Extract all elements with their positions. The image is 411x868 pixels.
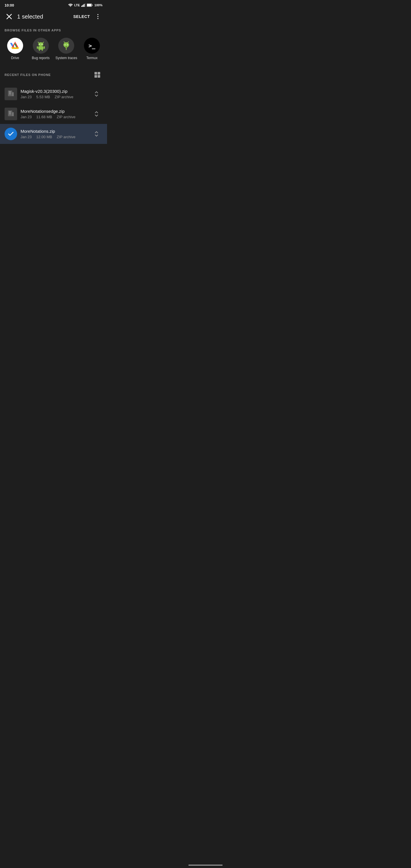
recent-files-header: RECENT FILES ON PHONE	[0, 66, 107, 84]
zip-icon-2	[7, 110, 14, 118]
bug-reports-icon	[36, 40, 46, 51]
svg-point-16	[39, 44, 40, 45]
file-meta-morenotationsedge: Jan 23 11.68 MB ZIP archive	[21, 115, 92, 119]
file-type-morenotations: ZIP archive	[57, 135, 76, 139]
file-name-morenotationsedge: MoreNotationsedge.zip	[21, 109, 92, 114]
system-traces-icon-bg	[58, 38, 74, 54]
svg-point-11	[97, 16, 98, 17]
file-item-morenotations[interactable]: MoreNotations.zip Jan 23 12.00 MB ZIP ar…	[0, 124, 107, 144]
browse-section-header: BROWSE FILES IN OTHER APPS	[0, 24, 107, 35]
svg-rect-42	[12, 112, 14, 116]
file-icon-magisk	[5, 88, 17, 100]
lte-indicator: LTE	[74, 3, 80, 7]
file-date-morenotations: Jan 23	[21, 135, 32, 139]
file-info-magisk: Magisk-v20.3(20300).zip Jan 23 5.53 MB Z…	[21, 89, 92, 99]
file-name-morenotations: MoreNotations.zip	[21, 129, 92, 134]
svg-text:>_: >_	[89, 42, 96, 49]
svg-rect-6	[87, 4, 91, 6]
svg-rect-1	[81, 6, 82, 7]
file-meta-magisk: Jan 23 5.53 MB ZIP archive	[21, 95, 92, 99]
more-options-button[interactable]	[92, 11, 104, 22]
svg-rect-43	[9, 111, 10, 112]
page-title: 1 selected	[15, 13, 71, 20]
recent-files-label: RECENT FILES ON PHONE	[5, 73, 92, 76]
zip-icon	[7, 90, 14, 98]
file-meta-morenotations: Jan 23 12.00 MB ZIP archive	[21, 135, 92, 139]
svg-rect-18	[38, 46, 43, 50]
svg-rect-39	[9, 93, 10, 93]
svg-point-17	[41, 44, 42, 45]
svg-rect-45	[9, 114, 10, 114]
apps-row: Drive Bug r	[0, 35, 107, 66]
svg-rect-37	[12, 92, 14, 96]
file-icon-morenotationsedge	[5, 107, 17, 120]
file-date-morenotationsedge: Jan 23	[21, 115, 32, 119]
svg-rect-22	[42, 50, 43, 51]
expand-button-morenotationsedge[interactable]	[92, 109, 102, 119]
drive-logo-icon	[10, 41, 20, 50]
status-icons: LTE 100%	[68, 3, 102, 7]
grid-view-icon	[94, 72, 100, 78]
expand-button-morenotations[interactable]	[92, 129, 102, 139]
app-drive[interactable]: Drive	[2, 36, 28, 61]
grid-toggle-button[interactable]	[92, 70, 102, 80]
app-system-traces[interactable]: System traces	[54, 36, 80, 61]
bug-reports-icon-bg	[33, 38, 49, 54]
svg-point-25	[67, 44, 68, 45]
svg-rect-40	[9, 94, 10, 94]
svg-point-10	[97, 14, 98, 15]
svg-point-15	[38, 42, 43, 46]
top-bar: 1 selected SELECT	[0, 9, 107, 24]
app-bug-reports[interactable]: Bug reports	[28, 36, 54, 61]
expand-button-magisk[interactable]	[92, 89, 102, 99]
svg-rect-3	[84, 4, 85, 7]
svg-rect-32	[94, 72, 97, 74]
file-size-morenotations: 12.00 MB	[36, 135, 52, 139]
svg-line-26	[64, 42, 65, 42]
svg-line-27	[68, 42, 68, 42]
svg-point-24	[65, 44, 66, 45]
svg-point-30	[66, 46, 67, 48]
system-traces-icon	[61, 40, 71, 51]
app-termux[interactable]: >_ Termux	[79, 36, 105, 61]
svg-rect-35	[98, 75, 100, 78]
bug-reports-label: Bug reports	[32, 56, 50, 60]
svg-rect-38	[9, 91, 10, 92]
termux-label: Termux	[86, 56, 97, 60]
svg-point-12	[97, 18, 98, 19]
select-button[interactable]: SELECT	[71, 12, 92, 21]
svg-rect-2	[83, 5, 83, 7]
wifi-icon	[68, 3, 73, 7]
svg-rect-7	[92, 5, 92, 6]
svg-rect-34	[94, 75, 97, 78]
drive-label: Drive	[11, 56, 19, 60]
termux-icon-bg: >_	[84, 38, 100, 54]
status-time: 10:00	[5, 3, 14, 7]
file-date-magisk: Jan 23	[21, 95, 32, 99]
file-item-magisk[interactable]: Magisk-v20.3(20300).zip Jan 23 5.53 MB Z…	[0, 84, 107, 104]
file-item-morenotationsedge[interactable]: MoreNotationsedge.zip Jan 23 11.68 MB ZI…	[0, 104, 107, 124]
file-icon-morenotations-checked	[5, 128, 17, 140]
signal-icon	[81, 3, 85, 7]
battery-icon	[87, 3, 93, 7]
svg-rect-21	[39, 50, 40, 51]
status-bar: 10:00 LTE 100%	[0, 0, 107, 9]
svg-rect-20	[44, 46, 45, 49]
termux-icon: >_	[87, 41, 96, 50]
checkmark-icon	[7, 130, 14, 137]
file-size-morenotationsedge: 11.68 MB	[36, 115, 52, 119]
svg-rect-44	[9, 113, 10, 113]
file-size-magisk: 5.53 MB	[36, 95, 50, 99]
battery-percent: 100%	[94, 3, 102, 7]
close-button[interactable]	[3, 11, 15, 22]
file-type-magisk: ZIP archive	[55, 95, 73, 99]
svg-rect-19	[37, 46, 38, 49]
drive-icon-bg	[7, 38, 23, 54]
svg-point-0	[70, 6, 71, 7]
file-type-morenotationsedge: ZIP archive	[57, 115, 76, 119]
file-name-magisk: Magisk-v20.3(20300).zip	[21, 89, 92, 94]
file-info-morenotations: MoreNotations.zip Jan 23 12.00 MB ZIP ar…	[21, 129, 92, 139]
system-traces-label: System traces	[55, 56, 77, 60]
file-info-morenotationsedge: MoreNotationsedge.zip Jan 23 11.68 MB ZI…	[21, 109, 92, 119]
svg-rect-33	[98, 72, 100, 74]
